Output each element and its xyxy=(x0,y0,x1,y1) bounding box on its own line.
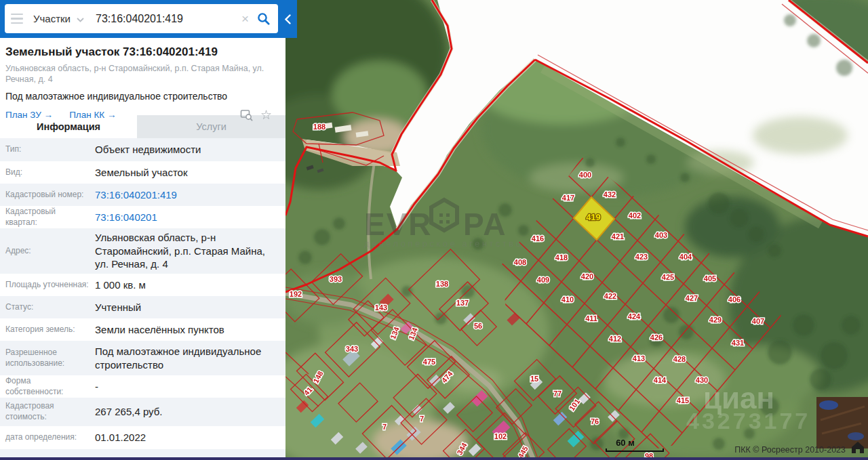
parcel-number-403[interactable]: 403 xyxy=(655,231,667,239)
row-label: Кадастровая стоимость: xyxy=(5,401,95,422)
info-row: Адрес:Ульяновская область, р-н Старомайн… xyxy=(0,228,285,274)
parcel-number-411[interactable]: 411 xyxy=(585,314,597,322)
parcel-number-7[interactable]: 7 xyxy=(420,415,424,423)
parcel-number-409[interactable]: 409 xyxy=(537,276,549,284)
parcel-number-400[interactable]: 400 xyxy=(579,171,591,179)
row-value: 01.01.2022 xyxy=(95,431,146,444)
row-label: Кадастровый квартал: xyxy=(5,207,95,228)
parcel-number-416[interactable]: 416 xyxy=(532,234,544,243)
pkk-map-app: EVR PA девелоперское агентство циан 4327… xyxy=(0,0,868,460)
parcel-number-404[interactable]: 404 xyxy=(679,253,692,261)
overview-search-icon[interactable] xyxy=(240,108,253,121)
parcel-number-143[interactable]: 143 xyxy=(375,304,387,312)
parcel-number-402[interactable]: 402 xyxy=(629,211,641,219)
parcel-number-432[interactable]: 432 xyxy=(604,190,616,198)
row-value: Ульяновская область, р-н Старомайнский, … xyxy=(95,231,280,271)
parcel-number-343[interactable]: 343 xyxy=(346,345,358,353)
row-value-link[interactable]: 73:16:040201 xyxy=(95,211,157,224)
info-row: Кадастровый квартал:73:16:040201 xyxy=(0,206,285,228)
info-row: дата определения:01.01.2022 xyxy=(0,426,285,449)
parcel-number-431[interactable]: 431 xyxy=(732,339,744,347)
row-value: Земельный участок xyxy=(95,166,188,180)
parcel-number-424[interactable]: 424 xyxy=(628,312,641,320)
parcel-number-428[interactable]: 428 xyxy=(673,355,686,363)
info-row: Кадастровая стоимость:267 265,4 руб. xyxy=(0,398,285,426)
info-panel: Земельный участок 73:16:040201:419 Ульян… xyxy=(0,38,285,460)
parcel-number-413[interactable]: 413 xyxy=(633,354,645,362)
row-value: 1 000 кв. м xyxy=(95,278,146,292)
parcel-number-188[interactable]: 188 xyxy=(313,123,326,131)
parcel-number-405[interactable]: 405 xyxy=(704,274,716,283)
favorite-star-icon[interactable]: ☆ xyxy=(260,108,272,121)
info-row: Разрешенное использование:Под малоэтажно… xyxy=(0,341,285,375)
chevron-down-icon[interactable] xyxy=(77,18,84,22)
parcel-number-77[interactable]: 77 xyxy=(553,390,561,398)
parcel-number-418[interactable]: 418 xyxy=(555,253,568,262)
parcel-number-420[interactable]: 420 xyxy=(581,272,593,280)
parcel-number-412[interactable]: 412 xyxy=(609,335,621,343)
info-row: Кадастровый номер:73:16:040201:419 xyxy=(0,184,285,206)
page-title: Земельный участок 73:16:040201:419 xyxy=(5,45,280,59)
scale-label: 60 м xyxy=(616,438,635,448)
collapse-panel-button[interactable] xyxy=(278,0,297,38)
parcel-number-408[interactable]: 408 xyxy=(514,258,526,266)
svg-text:девелоперское агентство: девелоперское агентство xyxy=(364,238,523,249)
parcel-number-407[interactable]: 407 xyxy=(752,317,764,325)
parcel-number-410[interactable]: 410 xyxy=(561,295,574,304)
next-row-sliver xyxy=(0,449,285,457)
plan-zu-link[interactable]: План ЗУ → xyxy=(5,110,53,120)
parcel-number-15[interactable]: 15 xyxy=(530,375,538,383)
row-label: Форма собственности: xyxy=(5,376,95,397)
row-value: Под малоэтажное индивидуальное строитель… xyxy=(95,345,280,372)
row-label: Категория земель: xyxy=(5,325,95,335)
info-rows: Тип:Объект недвижимостиВид:Земельный уча… xyxy=(0,138,285,449)
attribution-text: ПКК © Росреестр 2010-2023 xyxy=(734,445,846,455)
parcel-number-417[interactable]: 417 xyxy=(562,194,574,202)
row-value: 267 265,4 руб. xyxy=(95,405,163,419)
info-row: Статус:Учтенный xyxy=(0,296,285,318)
row-label: Разрешенное использование: xyxy=(5,348,95,369)
info-row: Категория земель:Земли населённых пункто… xyxy=(0,318,285,341)
info-row: Площадь уточненная:1 000 кв. м xyxy=(0,274,285,296)
row-label: дата определения: xyxy=(5,432,95,443)
info-row: Вид:Земельный участок xyxy=(0,161,285,184)
row-label: Статус: xyxy=(5,302,95,313)
menu-icon[interactable] xyxy=(11,14,23,24)
parcel-number-419[interactable]: 419 xyxy=(586,212,601,222)
parcel-number-427[interactable]: 427 xyxy=(686,294,698,302)
parcel-number-475[interactable]: 475 xyxy=(423,358,435,366)
row-label: Тип: xyxy=(5,144,95,155)
svg-text:PA: PA xyxy=(463,207,507,242)
parcel-number-7[interactable]: 7 xyxy=(382,423,387,431)
parcel-number-137[interactable]: 137 xyxy=(456,299,469,307)
row-value: - xyxy=(95,380,98,394)
search-icon[interactable] xyxy=(257,12,271,26)
parcel-usage-text: Под малоэтажное индивидуальное строитель… xyxy=(5,91,280,102)
parcel-number-138[interactable]: 138 xyxy=(436,280,448,288)
parcel-number-422[interactable]: 422 xyxy=(604,292,616,300)
parcel-number-415[interactable]: 415 xyxy=(677,396,689,404)
search-input[interactable]: 73:16:040201:419 xyxy=(96,13,241,25)
parcel-number-426[interactable]: 426 xyxy=(650,333,663,341)
dark-field-patch xyxy=(816,397,868,448)
parcel-number-430[interactable]: 430 xyxy=(696,376,708,384)
parcel-number-102[interactable]: 102 xyxy=(494,432,507,440)
svg-text:43273177: 43273177 xyxy=(686,408,810,434)
parcel-number-429[interactable]: 429 xyxy=(709,316,722,324)
info-row: Тип:Объект недвижимости xyxy=(0,138,285,161)
clear-search-icon[interactable]: × xyxy=(241,12,249,25)
row-value: Объект недвижимости xyxy=(95,143,201,156)
parcel-number-406[interactable]: 406 xyxy=(728,295,741,304)
parcel-number-414[interactable]: 414 xyxy=(654,376,667,384)
plan-kk-link[interactable]: План КК → xyxy=(69,110,116,120)
parcel-number-425[interactable]: 425 xyxy=(662,273,674,281)
parcel-number-76[interactable]: 76 xyxy=(591,417,599,425)
row-value-link[interactable]: 73:16:040201:419 xyxy=(95,188,177,202)
parcel-number-421[interactable]: 421 xyxy=(612,232,624,241)
search-category-select[interactable]: Участки xyxy=(33,13,71,24)
parcel-number-423[interactable]: 423 xyxy=(635,253,648,261)
parcel-number-56[interactable]: 56 xyxy=(474,322,482,330)
parcel-number-393[interactable]: 393 xyxy=(330,275,342,283)
top-search-bar: Участки 73:16:040201:419 × xyxy=(0,0,297,38)
parcel-number-192[interactable]: 192 xyxy=(290,290,302,298)
